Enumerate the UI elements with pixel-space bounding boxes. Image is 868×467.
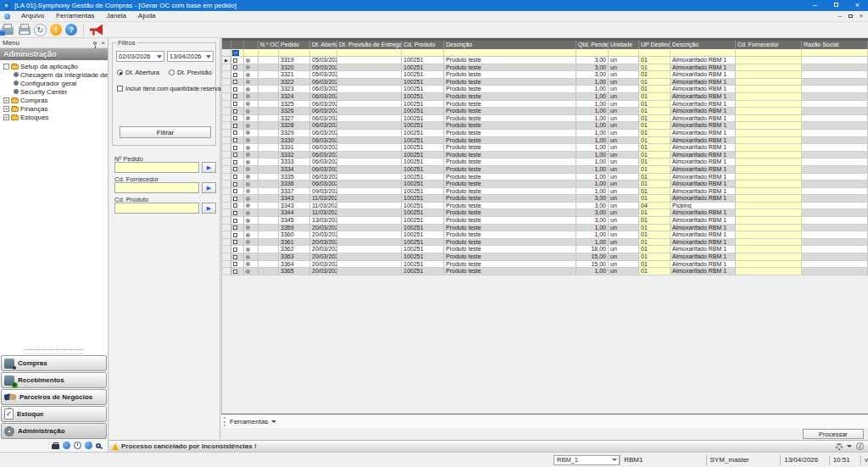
table-row[interactable]: 333306/03/2026100251Produto teste1,00un0… <box>222 158 868 166</box>
mdi-child-icon[interactable] <box>4 14 10 19</box>
cell-check[interactable] <box>231 152 244 159</box>
tree-item-setup-da-aplicac-a-o[interactable]: -Setup da aplicação <box>2 62 108 70</box>
table-row[interactable]: 333506/03/2026100251Produto teste1,00un0… <box>222 174 868 181</box>
fornecedor-search-button[interactable]: ▶ <box>202 182 216 193</box>
nav-button-recebimentos[interactable]: Recebimentos <box>1 372 107 388</box>
row-checkbox[interactable] <box>233 255 237 259</box>
filter-cell[interactable] <box>337 49 402 57</box>
row-selector-cell[interactable] <box>222 158 231 166</box>
cell-check[interactable] <box>231 188 244 196</box>
cell-check[interactable] <box>231 268 244 275</box>
cell-check[interactable] <box>231 71 244 79</box>
cell-check[interactable] <box>231 209 244 217</box>
row-checkbox[interactable] <box>233 131 237 135</box>
search-icon[interactable] <box>96 443 101 448</box>
header-unidade[interactable]: Unidade <box>609 41 639 49</box>
cell-check[interactable] <box>231 64 244 72</box>
table-row[interactable]: 333606/03/2026100251Produto teste1,00un0… <box>222 181 868 188</box>
print-icon[interactable] <box>19 26 31 35</box>
table-row[interactable]: 332005/03/2026100251Produto teste3,00un0… <box>222 64 868 72</box>
cell-check[interactable] <box>231 86 244 93</box>
row-checkbox[interactable] <box>233 197 237 201</box>
row-checkbox[interactable] <box>233 94 237 98</box>
tree-expander-icon[interactable]: + <box>3 114 9 120</box>
refresh-session-icon[interactable]: ↻ <box>34 24 47 36</box>
nav-button-compras[interactable]: Compras <box>1 355 107 371</box>
row-selector-cell[interactable] <box>222 79 231 86</box>
row-checkbox[interactable] <box>233 116 237 120</box>
row-checkbox[interactable] <box>233 247 237 252</box>
mdi-close-button[interactable]: × <box>860 12 863 20</box>
clock-icon[interactable] <box>74 442 81 449</box>
header-pedido[interactable]: Pedido <box>279 41 310 49</box>
row-selector-cell[interactable] <box>222 130 231 137</box>
row-selector-cell[interactable] <box>222 108 231 115</box>
row-selector-cell[interactable] <box>222 239 231 247</box>
filtrar-button[interactable]: Filtrar <box>120 126 211 138</box>
row-checkbox[interactable] <box>233 219 237 223</box>
row-checkbox[interactable] <box>233 58 237 63</box>
tree-item-checagem-da-integridade-de-dados[interactable]: Checagem da Integridade de Dados <box>2 70 108 79</box>
row-selector-cell[interactable] <box>222 152 231 159</box>
row-selector-cell[interactable] <box>222 203 231 210</box>
cell-check[interactable] <box>231 115 244 123</box>
tree-expander-icon[interactable]: - <box>3 64 9 69</box>
cell-check[interactable] <box>231 144 244 152</box>
pin-icon[interactable] <box>93 42 97 45</box>
row-selector-cell[interactable] <box>222 101 231 108</box>
tree-item-configurador-geral[interactable]: Configurador geral <box>2 79 108 87</box>
table-row[interactable]: 336020/03/2026100251Produto teste1,00un0… <box>222 231 868 239</box>
row-selector-cell[interactable] <box>222 86 231 93</box>
filter-cell[interactable] <box>244 49 259 57</box>
row-selector-cell[interactable] <box>222 181 231 188</box>
cell-check[interactable] <box>231 195 244 203</box>
cell-check[interactable] <box>231 57 244 64</box>
table-row[interactable]: 334311/03/2026100251Produto teste3,00un0… <box>222 203 868 210</box>
filter-cell[interactable] <box>259 49 279 57</box>
row-selector-cell[interactable] <box>222 64 231 72</box>
table-row[interactable]: 335920/03/2026100251Produto teste1,00un0… <box>222 225 868 232</box>
row-checkbox[interactable] <box>233 203 237 208</box>
row-checkbox[interactable] <box>233 146 237 150</box>
header-raza-o-social[interactable]: Razão Social <box>802 41 868 49</box>
row-checkbox[interactable] <box>233 80 237 84</box>
date-from-combo[interactable]: 02/03/2026 <box>116 51 164 62</box>
row-checkbox[interactable] <box>233 124 237 128</box>
row-selector-cell[interactable] <box>222 195 231 203</box>
table-row[interactable]: 333106/03/2026100251Produto teste1,00un0… <box>222 144 868 152</box>
mdi-minimize-button[interactable]: – <box>838 12 842 20</box>
header-dt-previsa-o-de-entrega[interactable]: Dt. Previsão de Entrega <box>337 41 402 49</box>
cell-check[interactable] <box>231 101 244 108</box>
table-row[interactable]: 336420/03/2026100251Produto teste15,00un… <box>222 261 868 269</box>
cell-check[interactable] <box>231 158 244 166</box>
table-row[interactable]: 332306/03/2026100251Produto teste1,00un0… <box>222 86 868 93</box>
row-selector-cell[interactable] <box>222 253 231 261</box>
favorites-icon[interactable] <box>85 442 92 449</box>
processar-button[interactable]: Processar <box>803 429 864 439</box>
header-descric-a-o[interactable]: Descrição <box>444 41 576 49</box>
row-selector-cell[interactable] <box>222 144 231 152</box>
table-row[interactable]: ▶331905/03/2026100251Produto teste3,00un… <box>222 57 868 64</box>
cell-check[interactable] <box>231 181 244 188</box>
header-cd-produto[interactable]: Cd. Produto <box>402 41 444 49</box>
cell-check[interactable] <box>231 261 244 269</box>
table-row[interactable]: 334411/03/2026100251Produto teste3,00un0… <box>222 209 868 217</box>
nav-button-estoque[interactable]: Estoque <box>1 406 107 422</box>
row-checkbox[interactable] <box>233 153 237 157</box>
fornecedor-input[interactable] <box>114 182 199 193</box>
header-descric-a-o[interactable]: Descrição <box>670 41 736 49</box>
help-icon[interactable]: ? <box>65 24 77 36</box>
cell-check[interactable] <box>231 239 244 247</box>
row-checkbox[interactable] <box>233 189 237 193</box>
table-row[interactable]: 336120/03/2026100251Produto teste1,00un0… <box>222 239 868 247</box>
cell-check[interactable] <box>231 174 244 181</box>
row-checkbox[interactable] <box>233 211 237 215</box>
filter-cell[interactable] <box>576 49 609 57</box>
row-selector-cell[interactable] <box>222 261 231 269</box>
drag-handle[interactable] <box>224 417 226 426</box>
close-button[interactable]: × <box>847 0 868 11</box>
table-row[interactable]: 336520/03/2026100251Produto teste1,00un0… <box>222 268 868 275</box>
select-all-button[interactable]: – <box>232 50 239 56</box>
row-selector-cell[interactable] <box>222 71 231 79</box>
date-to-combo[interactable]: 13/04/2026 <box>167 51 214 62</box>
